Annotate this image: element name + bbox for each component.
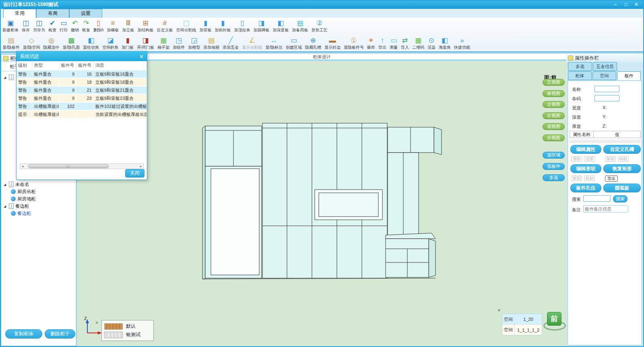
custom-hole-slot-button[interactable]: 自定义孔槽	[603, 145, 641, 154]
dialog-close-button[interactable]: 关闭	[125, 169, 144, 178]
toolbar-delete[interactable]: ▯删除h	[92, 19, 105, 33]
tree-leaf[interactable]: 餐边柜	[1, 210, 76, 217]
edit-shape-button[interactable]: 编辑形状	[570, 164, 601, 173]
dialog-hscrollbar[interactable]: ◄ ||| ►	[20, 163, 144, 169]
toolbar-add-horizontal-board[interactable]: ≡加横板	[105, 19, 121, 33]
toolbar-add-spare-board[interactable]: ▤加备用板	[291, 19, 310, 33]
toolbar-render[interactable]: ⊙渲染	[426, 36, 437, 51]
clear-button[interactable]: 清除	[571, 156, 582, 162]
delete-cabinet-button[interactable]: 删除柜子	[45, 329, 75, 339]
tab-多选[interactable]: 多选	[568, 62, 592, 71]
copy-cabinet-button[interactable]: 复制柜体	[5, 329, 42, 339]
tab-板件[interactable]: 板件	[617, 71, 641, 80]
toolbar-hide-selected[interactable]: ◎隐藏选中	[42, 36, 61, 51]
tree-node[interactable]: ◢未命名	[1, 181, 76, 188]
maximize-button[interactable]: □	[621, 0, 631, 9]
table-row[interactable]: 警告板件重合916立板9和背板16重合	[17, 70, 147, 78]
toolbar-redo[interactable]: ↷恢复	[80, 19, 92, 33]
toolbar-export[interactable]: ↑导出	[377, 36, 388, 51]
toolbar-save-as[interactable]: ◫另存为	[31, 19, 47, 33]
design-canvas[interactable]	[77, 61, 566, 347]
view-button-俯视图[interactable]: 俯视图	[543, 90, 565, 97]
toolbar-special-shape[interactable]: ②异形工艺	[310, 19, 329, 33]
toolbar-check[interactable]: ✔检查	[47, 19, 58, 33]
tree-node-root[interactable]: ◢	[1, 74, 14, 81]
toolbar-save[interactable]: ◫保存	[20, 19, 31, 33]
note-input[interactable]	[583, 205, 628, 213]
paste-button[interactable]: 粘贴	[618, 156, 629, 162]
expander-icon[interactable]: ◢	[4, 76, 7, 79]
name-field[interactable]	[594, 86, 619, 92]
toolbar-grid-rack[interactable]: ▦格子架	[156, 36, 171, 51]
axis-close-icon[interactable]: ×	[95, 320, 98, 326]
toolbar-show-hide-dimension[interactable]: ↔显/隐标注	[264, 36, 284, 51]
toolbar-measure[interactable]: ▭测量	[388, 36, 399, 51]
tab-柜体[interactable]: 柜体	[568, 71, 592, 80]
edit-attributes-button[interactable]: 编辑属性	[570, 145, 601, 154]
select-button-多选[interactable]: 多选	[543, 174, 565, 181]
arc-panel-button[interactable]: 圆弧板	[603, 184, 641, 192]
toolbar-custom-board[interactable]: #自定义板	[155, 19, 175, 33]
dialog-close-icon[interactable]: ✕	[139, 54, 144, 60]
toolbar-show-divider[interactable]: ∠显示分割线	[240, 36, 264, 51]
tree-leaf[interactable]: 厨房地柜	[1, 195, 76, 202]
ribbon-tab-设置[interactable]: 设置	[69, 9, 102, 18]
table-row[interactable]: 提示出槽板厚超出当前设置的出槽板厚超出提示的板厚	[17, 110, 147, 118]
toolbar-add-component[interactable]: ◳加组件	[171, 36, 186, 51]
cabinet-3d-view[interactable]	[77, 61, 566, 347]
toolbar-add-front-board[interactable]: ▮加前封板	[213, 19, 233, 33]
toolbar-space-divider[interactable]: ▢空间分割线	[175, 19, 198, 33]
toolbar-show-edge-band[interactable]: ▬显示封边	[323, 36, 342, 51]
toolbar-add-drawer[interactable]: ▤添加抽屉	[202, 36, 221, 51]
table-row[interactable]: 警告出槽板厚超出102板件102超过设置的出槽板厚	[17, 102, 147, 110]
toolbar-undo[interactable]: ↶撤销	[69, 19, 80, 33]
toolbar-add-back-board[interactable]: ▮加背板	[198, 19, 213, 33]
table-row[interactable]: 警告板件重合923立板9和背板23重合	[17, 94, 147, 102]
toolbar-create-region[interactable]: ▭创建区域	[284, 36, 303, 51]
toolbar-qr-code[interactable]: ▦二维码	[411, 36, 426, 51]
view-button-底视图[interactable]: 底视图	[543, 123, 565, 130]
toolbar-open-close-door[interactable]: ◨开/闭门板	[135, 36, 156, 51]
ribbon-tab-常用[interactable]: 常用	[3, 9, 36, 18]
toolbar-space-bevel[interactable]: ◪空间斜角	[101, 36, 120, 51]
restore-button[interactable]: 还原	[584, 156, 595, 162]
toolbar-hide-hole-slot[interactable]: ⊕隐藏孔槽	[303, 36, 323, 51]
panel-hole-position-button[interactable]: 板件孔位	[570, 184, 601, 192]
toolbar-import[interactable]: ⇄导入	[399, 36, 411, 51]
ribbon-tab-布局[interactable]: 布局	[36, 9, 69, 18]
toolbar-begonia-corner[interactable]: ◧海棠角	[437, 36, 452, 51]
select-button-选板件[interactable]: 选板件	[543, 163, 565, 170]
toolbar-show-hide-holes[interactable]: ▩显/隐孔面	[61, 36, 82, 51]
toolbar-show-panel-number[interactable]: ①显隐板件号	[342, 36, 365, 51]
toolbar-explode[interactable]: ✴爆炸	[365, 36, 377, 51]
toolbar-add-depth-board[interactable]: ◧加深度板	[271, 19, 291, 33]
tree-node[interactable]: ◢餐边柜	[1, 202, 76, 210]
toolbar-new-cabinet[interactable]: ▣新建柜体	[1, 19, 20, 33]
search-button[interactable]: 搜索	[613, 195, 627, 202]
search-input[interactable]	[583, 195, 611, 202]
restore-rectangle-button[interactable]: 恢复矩形	[603, 164, 641, 173]
view-button-左视图[interactable]: 左视图	[543, 101, 565, 108]
table-row[interactable]: 警告板件重合921立板9和背板21重合	[17, 86, 147, 94]
copy-shape-button[interactable]: 复制	[571, 176, 582, 181]
scroll-left-arrow[interactable]: ◄	[20, 165, 25, 168]
tree-leaf[interactable]: 厨房吊柜	[1, 188, 76, 195]
view-button-后视图[interactable]: 后视图	[543, 134, 565, 141]
toolbar-beam-cut[interactable]: ◧梁柱切角	[81, 36, 101, 51]
toolbar-add-vertical-board[interactable]: Ⅲ加立板	[121, 19, 136, 33]
table-row[interactable]: 警告板件重合918立板9和背板18重合	[17, 78, 147, 86]
toolbar-add-kick-board[interactable]: ◨加踢脚板	[252, 19, 271, 33]
toolbar-show-hide-panels[interactable]: ▤显/隐板件	[1, 36, 21, 51]
scroll-thumb[interactable]: |||	[28, 164, 109, 168]
copy-button[interactable]: 复制	[605, 156, 616, 162]
close-button[interactable]: ✕	[631, 0, 642, 9]
expander-icon[interactable]: ◢	[4, 204, 7, 208]
toolbar-add-model[interactable]: ◲加模型	[186, 36, 202, 51]
export-shape-button[interactable]: 导出	[605, 176, 618, 182]
toolbar-add-top-rail[interactable]: ▯加顶拉条	[233, 19, 252, 33]
toolbar-add-hardware[interactable]: ╱添加五金	[221, 36, 240, 51]
space-panel-close-icon[interactable]: ×	[497, 307, 501, 313]
scroll-right-arrow[interactable]: ►	[138, 165, 143, 168]
toolbar-show-hide-space[interactable]: ◇显/隐空间	[21, 36, 42, 51]
front-face-badge[interactable]: 前	[547, 312, 561, 326]
